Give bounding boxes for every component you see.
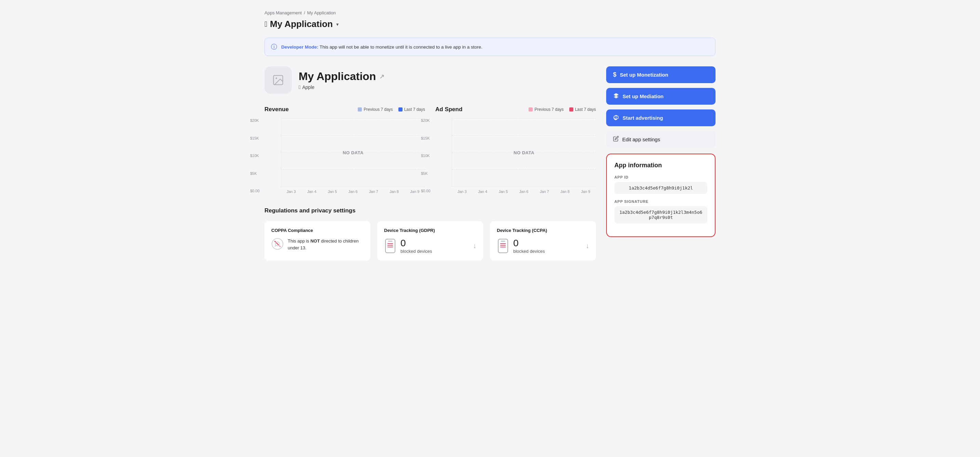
svg-point-1 — [276, 78, 277, 79]
ccpa-download-icon[interactable]: ↓ — [585, 242, 589, 250]
revenue-chart-card: Revenue Previous 7 days Last 7 days — [264, 106, 425, 193]
advertising-button[interactable]: Start advertising — [606, 109, 716, 126]
adspend-chart-legend: Previous 7 days Last 7 days — [528, 107, 596, 112]
revenue-chart-wrapper: $20K $15K $10K $5K $0.00 — [264, 118, 425, 193]
mediation-icon — [613, 93, 619, 99]
gdpr-body: 0 blocked devices ↓ — [384, 238, 476, 254]
ccpa-body: 0 blocked devices ↓ — [497, 238, 589, 254]
regulations-grid: COPPA Compliance This app is NOT directe… — [264, 221, 596, 260]
app-header: My Application ↗  Apple — [264, 66, 596, 94]
breadcrumb-parent[interactable]: Apps Management — [264, 10, 302, 15]
ccpa-label: blocked devices — [513, 249, 545, 254]
revenue-y-labels: $20K $15K $10K $5K $0.00 — [250, 118, 260, 193]
monetization-button[interactable]: $ Set up Monetization — [606, 66, 716, 83]
revenue-x-labels: Jan 3 Jan 4 Jan 5 Jan 6 Jan 7 Jan 8 Jan … — [281, 190, 425, 193]
gridline — [452, 169, 596, 170]
revenue-prev-legend: Previous 7 days — [358, 107, 393, 112]
adspend-prev-label: Previous 7 days — [535, 107, 563, 112]
gdpr-count-left: 0 blocked devices — [384, 238, 432, 254]
regulations-section: Regulations and privacy settings COPPA C… — [264, 207, 596, 260]
ccpa-count-info: 0 blocked devices — [513, 238, 545, 254]
app-platform:  Apple — [299, 84, 384, 90]
app-title: My Application — [270, 19, 333, 29]
ccpa-card: Device Tracking (CCPA) — [490, 221, 596, 260]
page-container: Apps Management / My Application  My Ap… — [251, 0, 729, 271]
edit-settings-button[interactable]: Edit app settings — [606, 131, 716, 147]
info-circle-icon: ⓘ — [271, 43, 277, 51]
gdpr-card: Device Tracking (GDPR) — [377, 221, 483, 260]
gdpr-download-icon[interactable]: ↓ — [473, 242, 476, 250]
adspend-chart-card: Ad Spend Previous 7 days Last 7 days — [435, 106, 596, 193]
monetization-label: Set up Monetization — [620, 72, 668, 78]
revenue-last-legend: Last 7 days — [398, 107, 425, 112]
adspend-no-data: NO DATA — [514, 150, 535, 155]
charts-row: Revenue Previous 7 days Last 7 days — [264, 106, 596, 193]
app-id-value: 1a2b3c4d5e6f7g8h9i0j1k2l — [614, 182, 707, 194]
advertising-label: Start advertising — [622, 115, 663, 121]
adspend-chart-header: Ad Spend Previous 7 days Last 7 days — [435, 106, 596, 113]
adspend-chart-title: Ad Spend — [435, 106, 462, 113]
coppa-text-before: This app is — [288, 238, 310, 244]
adspend-prev-legend: Previous 7 days — [528, 107, 563, 112]
app-signature-field: APP SIGNATURE 1a2b3c4d5e6f7g8h9i0j1k2l3m… — [614, 200, 707, 224]
svg-line-6 — [279, 245, 280, 247]
ccpa-title: Device Tracking (CCPA) — [497, 228, 589, 233]
adspend-last-label: Last 7 days — [575, 107, 596, 112]
mediation-label: Set up Mediation — [622, 93, 663, 99]
left-column: My Application ↗  Apple Revenue — [264, 66, 596, 260]
app-title-row:  My Application ▾ — [264, 19, 716, 29]
app-id-field: APP ID 1a2b3c4d5e6f7g8h9i0j1k2l — [614, 175, 707, 194]
dropdown-arrow-icon[interactable]: ▾ — [336, 22, 339, 27]
developer-mode-banner: ⓘ Developer Mode: This app will not be a… — [264, 38, 716, 56]
revenue-prev-label: Previous 7 days — [364, 107, 393, 112]
app-icon-placeholder — [264, 66, 292, 94]
adspend-prev-dot — [528, 107, 533, 112]
regulations-title: Regulations and privacy settings — [264, 207, 596, 214]
external-link-icon[interactable]: ↗ — [379, 73, 384, 80]
revenue-no-data: NO DATA — [343, 150, 364, 155]
adspend-last-legend: Last 7 days — [569, 107, 596, 112]
gdpr-count-info: 0 blocked devices — [401, 238, 432, 254]
mediation-button[interactable]: Set up Mediation — [606, 88, 716, 105]
app-signature-value: 1a2b3c4d5e6f7g8h9i0j1k2l3m4n5o6p7q8r9s0t — [614, 206, 707, 224]
banner-message: This app will not be able to monetize un… — [320, 45, 482, 50]
apple-platform-icon:  — [299, 84, 301, 90]
app-signature-label: APP SIGNATURE — [614, 200, 707, 203]
gridline — [281, 118, 425, 119]
banner-text: Developer Mode: This app will not be abl… — [281, 45, 482, 50]
app-info-title: App information — [614, 162, 707, 169]
platform-name: Apple — [302, 85, 314, 90]
edit-icon — [613, 136, 619, 143]
revenue-chart-title: Revenue — [264, 106, 289, 113]
breadcrumb: Apps Management / My Application — [264, 10, 716, 15]
advertising-icon — [613, 114, 619, 121]
coppa-icon — [271, 238, 283, 250]
layers-icon — [613, 93, 619, 100]
coppa-title: COPPA Compliance — [271, 228, 364, 233]
gridline — [452, 118, 596, 119]
ccpa-count: 0 — [513, 238, 545, 249]
megaphone-icon — [613, 114, 619, 120]
gridline — [281, 136, 425, 136]
gridline — [281, 169, 425, 170]
gdpr-label: blocked devices — [401, 249, 432, 254]
breadcrumb-separator: / — [304, 10, 305, 15]
pencil-square-icon — [613, 136, 619, 142]
ccpa-phone-icon — [497, 238, 509, 254]
adspend-last-dot — [569, 107, 573, 112]
breadcrumb-current: My Application — [307, 10, 336, 15]
adspend-y-labels: $20K $15K $10K $5K $0.00 — [421, 118, 431, 193]
app-id-label: APP ID — [614, 175, 707, 179]
gdpr-count: 0 — [401, 238, 432, 249]
revenue-last-label: Last 7 days — [404, 107, 425, 112]
right-column: $ Set up Monetization Set up Mediation — [606, 66, 716, 260]
main-grid: My Application ↗  Apple Revenue — [264, 66, 716, 260]
revenue-chart-area: NO DATA — [281, 118, 425, 187]
revenue-chart-legend: Previous 7 days Last 7 days — [358, 107, 425, 112]
dollar-icon: $ — [613, 71, 616, 78]
banner-label: Developer Mode: — [281, 45, 318, 50]
gdpr-title: Device Tracking (GDPR) — [384, 228, 476, 233]
gdpr-phone-icon — [384, 238, 396, 254]
coppa-bold: NOT — [310, 238, 320, 244]
ccpa-count-left: 0 blocked devices — [497, 238, 545, 254]
